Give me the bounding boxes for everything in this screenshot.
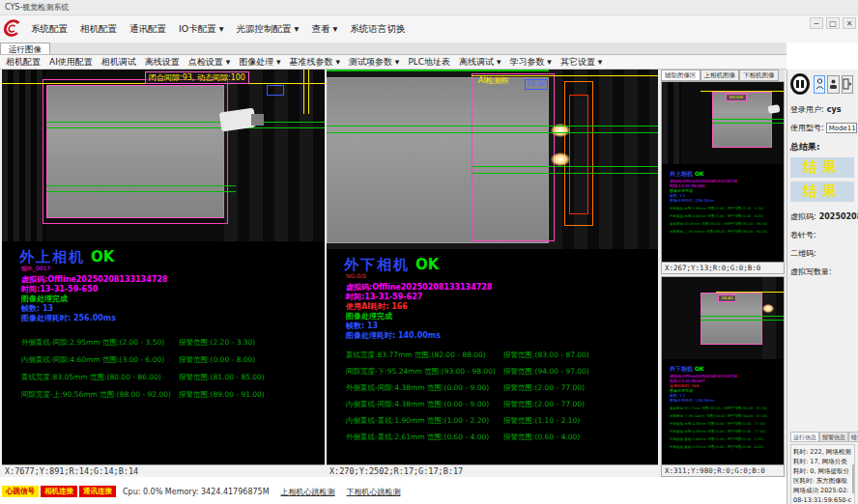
thumbnail-upper-camera[interactable]: 93/100 外上相机OK 虚拟码:Offline202502081331347…: [661, 81, 785, 274]
thumbnail-tab[interactable]: 辅助图像区: [661, 70, 701, 81]
toolbar-button[interactable]: 相机调试: [101, 56, 136, 69]
info-line: 使用AI耗时: 166: [346, 302, 658, 312]
measure-line-green: [701, 316, 784, 317]
toolbar-button[interactable]: 相机配置: [6, 56, 41, 69]
toolbar-button[interactable]: PLC地址表: [408, 56, 450, 69]
camera-title: 外上相机: [19, 248, 85, 266]
log-tabs: 运行信息 报警信息 错误信息: [790, 432, 855, 442]
menu-item[interactable]: 通讯配置: [129, 23, 166, 36]
mini-alarm-range: 报警范围:(2.20 - 3.30): [728, 207, 763, 210]
logout-button[interactable]: [842, 75, 853, 94]
mini-alarm-range: 报警范围:(81.00 - 85.00): [728, 222, 767, 226]
mini-info-block: 虚拟码:Offline20250208133134728 时间:13-31-59…: [670, 179, 784, 203]
mini-measure-value: 间隙宽度-下:95.24mm 范围:(93.00 - 98.00): [662, 414, 728, 418]
toolbar-button[interactable]: 图像处理 ▾: [239, 56, 280, 69]
mini-measure-rows: 外侧直线-间隙:2.95mm 范围:(2.00 - 3.50) 报警范围:(2.…: [662, 207, 784, 238]
mini-measure-value: 外侧直线-间隙:4.38mm 范围:(0.00 - 9.00): [662, 422, 728, 426]
menu-item[interactable]: 光源控制配置 ▾: [237, 23, 300, 36]
exit-door-icon: [843, 78, 852, 90]
window-control-button[interactable]: □: [826, 17, 840, 29]
connector-tip: [251, 114, 264, 126]
measure-value: 内侧直线-直线:1.90mm 范围:(1.00 - 2.20): [327, 416, 503, 425]
camera-info-block: 虚拟码:Offline20250208133134728 时间:13-31-59…: [21, 275, 325, 323]
camera-image-upper[interactable]: 闭合间隙:93, 动态间隙:100: [2, 70, 325, 241]
barcode-label: 虚拟码:: [790, 211, 816, 222]
alarm-range: 报警范围:(1.10 - 2.10): [503, 416, 580, 425]
mini-measure-value: 直线宽度:83.77mm 范围:(82.00 - 88.00): [662, 406, 728, 410]
info-line: 帧数: 13: [346, 322, 658, 331]
status-badge: 通讯连接: [79, 486, 116, 497]
mini-measure-row: 外侧直线-间隙:4.38mm 范围:(0.00 - 9.00) 报警范围:(2.…: [662, 422, 784, 426]
measure-row: 间隙宽度-下:95.24mm 范围:(93.00 - 98.00) 报警范围:(…: [327, 367, 658, 376]
toolbar-button[interactable]: 离线设置: [145, 56, 180, 69]
roi-edge-pink: [472, 73, 472, 241]
control-panel: 登录用户: cys 使用型号: Mode11 总结果: 结果 结果 虚拟码: 2…: [786, 70, 858, 504]
thumbnail-lower-camera[interactable]: 26.80 外下相机OK 虚拟码:Offline2025020813313472…: [661, 276, 785, 477]
heartbeat-link[interactable]: 下相机心跳检测: [347, 487, 401, 497]
user-gear-icon: [829, 78, 838, 90]
info-line: 帧数: 13: [21, 304, 325, 314]
toolbar-button[interactable]: 其它设置 ▾: [560, 56, 602, 69]
log-tab[interactable]: 运行信息: [790, 432, 819, 442]
measure-row: 直线宽度:83.05mm 范围:(80.00 - 86.00) 报警范围:(81…: [2, 373, 325, 381]
mini-measure-row: 直线宽度:83.77mm 范围:(82.00 - 88.00) 报警范围:(83…: [662, 406, 784, 410]
alarm-range: 报警范围:(81.00 - 85.00): [179, 373, 265, 381]
window-control-button[interactable]: ─: [810, 17, 823, 29]
inspected-plate: [46, 85, 224, 218]
alarm-range: 报警范围:(0.00 - 8.00): [179, 355, 255, 364]
camera-panels: 闭合间隙:93, 动态间隙:100 外上相机OK 输出_0017 虚拟码:Off…: [0, 70, 786, 477]
measure-value: 直线宽度:83.77mm 范围:(82.00 - 88.00): [327, 350, 503, 359]
menu-item[interactable]: 系统配置: [31, 23, 68, 36]
log-scrollbar[interactable]: [852, 464, 854, 493]
thumbnail-image: 26.80: [662, 277, 784, 359]
mini-camera-title: 外上相机: [670, 170, 693, 177]
pause-button[interactable]: [790, 73, 810, 95]
user-settings-button[interactable]: [827, 75, 839, 94]
connector-part: [768, 104, 781, 114]
user-button[interactable]: [814, 75, 825, 94]
tab-run-image[interactable]: 运行图像: [0, 42, 50, 54]
mini-measure-row: 内侧直线-直线:1.90mm 范围:(1.00 - 2.20) 报警范围:(1.…: [662, 437, 784, 441]
toolbar-button[interactable]: 离线调试 ▾: [459, 56, 500, 69]
thumbnail-tab[interactable]: 下相机图像: [739, 70, 779, 81]
measure-line-green: [327, 126, 658, 126]
machine-stripes: [662, 82, 681, 164]
toolbar-button[interactable]: AI使用配置: [49, 56, 93, 69]
measure-row: 内侧直线-间隙:4.38mm 范围:(0.00 - 9.00) 报警范围:(2.…: [327, 400, 658, 408]
camera-sub-label: 输出_0017: [21, 265, 325, 271]
ai-roi-frame: [472, 73, 555, 241]
measure-line-green: [472, 173, 658, 174]
toolbar-button[interactable]: 测试项参数 ▾: [349, 56, 399, 69]
menu-item[interactable]: 查看 ▾: [311, 23, 337, 36]
window-control-button[interactable]: ✕: [843, 17, 856, 29]
menu-item[interactable]: 系统语言切换: [350, 23, 405, 36]
toolbar-button[interactable]: 点检设置 ▾: [188, 56, 230, 69]
result-indicator: 结果: [790, 182, 854, 202]
measure-value: 直线宽度:83.05mm 范围:(80.00 - 86.00): [2, 373, 179, 381]
measure-row: 直线宽度:83.77mm 范围:(82.00 - 88.00) 报警范围:(83…: [327, 350, 658, 359]
heartbeat-link[interactable]: 上相机心跳检测: [281, 487, 335, 497]
measure-rows: 外侧直线-间隙:2.95mm 范围:(2.00 - 3.50) 报警范围:(2.…: [2, 338, 325, 407]
measure-row: 内侧直线-间隙:4.60mm 范围:(3.00 - 6.00) 报警范围:(0.…: [2, 355, 325, 364]
measure-value: 外侧直线-直线:2.61mm 范围:(0.60 - 4.00): [327, 433, 503, 441]
camera-panel-lower: AI检测框 26.80 外下相机OK NG:0/0 虚拟码:Offline202…: [327, 70, 658, 477]
camera-image-lower[interactable]: AI检测框 26.80: [327, 70, 658, 249]
log-tab[interactable]: 报警信息: [819, 432, 848, 442]
menu-item[interactable]: 相机配置: [80, 23, 117, 36]
log-tab[interactable]: 错误信息: [848, 432, 858, 442]
alarm-range: 报警范围:(83.00 - 87.00): [503, 350, 589, 359]
measure-value: 内侧直线-间隙:4.38mm 范围:(0.00 - 9.00): [327, 400, 503, 408]
log-text-area[interactable]: 耗时: 222, 网络检测耗时: 17, 网络分类耗时: 0, 网络提取分区耗时…: [790, 444, 855, 504]
model-select[interactable]: Mode11: [826, 123, 857, 133]
toolbar-button[interactable]: 学习参数 ▾: [510, 56, 552, 69]
toolbar-button[interactable]: 基准线参数 ▾: [290, 56, 340, 69]
menu-item[interactable]: IO卡配置 ▾: [179, 23, 224, 36]
alarm-range: 报警范围:(2.00 - 77.00): [503, 400, 585, 408]
qr-label: 二维码:: [790, 248, 816, 259]
thumbnail-tab[interactable]: 上相机图像: [701, 70, 740, 81]
status-bar: 心跳信号 相机连接 通讯连接 Cpu: 0.0% Memory: 3424.41…: [0, 486, 786, 497]
mini-measure-row: 外侧直线-间隙:2.95mm 范围:(2.00 - 3.50) 报警范围:(2.…: [662, 207, 784, 210]
cpu-memory-text: Cpu: 0.0% Memory: 3424.41796875M: [123, 488, 270, 496]
mini-alarm-range: 报警范围:(0.60 - 4.00): [728, 445, 763, 449]
measure-value: 外侧直线-间隙:4.38mm 范围:(0.00 - 9.00): [327, 383, 503, 392]
